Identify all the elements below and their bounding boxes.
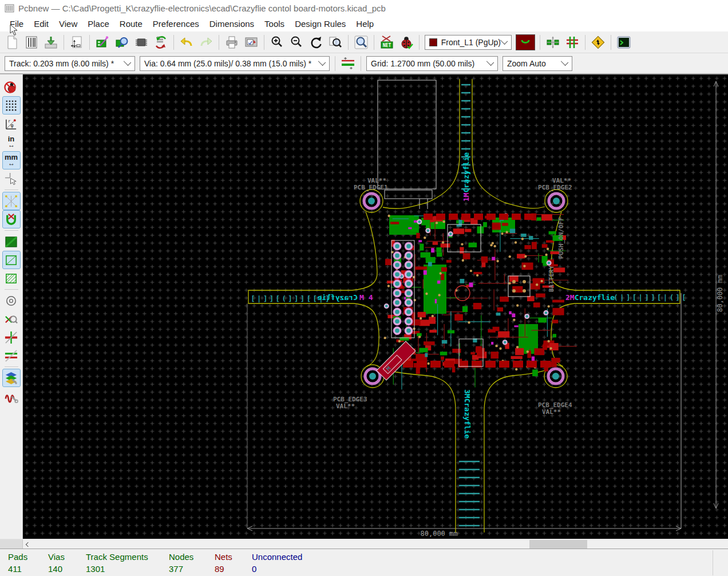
freeroute-button[interactable] [589, 34, 607, 51]
menu-edit[interactable]: Edit [29, 17, 54, 30]
net-badge-text: NET [383, 43, 391, 48]
footprint-editor-button[interactable] [94, 34, 111, 51]
read-netlist-button[interactable]: NET [378, 34, 395, 51]
width-arrow-glyph: ↔ [8, 142, 15, 148]
menu-tools[interactable]: Tools [259, 17, 290, 30]
horizontal-scrollbar[interactable] [0, 539, 728, 549]
redo-button[interactable] [197, 34, 215, 51]
update-board-button[interactable] [152, 34, 169, 51]
menu-design-rules[interactable]: Design Rules [290, 17, 351, 30]
pcbnew-app-icon [5, 3, 14, 13]
svg-text:3MCrazyflie: 3MCrazyflie [463, 389, 472, 439]
layer-color-swatch [429, 38, 437, 46]
drc-off-toggle[interactable] [3, 78, 20, 96]
open-board-button[interactable] [23, 34, 40, 51]
chevron-down-icon [561, 58, 568, 65]
print-button[interactable] [223, 34, 240, 51]
status-vias: Vias140 [48, 552, 65, 574]
zoom-out-button[interactable] [288, 34, 305, 51]
units-mm-toggle[interactable]: mm↔ [3, 152, 20, 169]
menu-place[interactable]: Place [82, 17, 114, 30]
drc-button[interactable] [398, 34, 415, 51]
svg-text:Crazyflie: Crazyflie [317, 293, 358, 302]
track-width-value: Track: 0.203 mm (8.00 mils) * [9, 59, 114, 68]
undo-button[interactable] [178, 34, 195, 51]
polar-coordinates-toggle[interactable]: rφ [3, 115, 20, 132]
window-title: Pcbnew — C:\Cad\Progetti_K\crazyflie-ele… [18, 3, 386, 13]
menu-help[interactable]: Help [351, 17, 379, 30]
high-contrast-toggle[interactable] [3, 347, 20, 364]
zones-hatched-toggle[interactable] [3, 270, 20, 287]
svg-text:PUSH_ON/OFF: PUSH_ON/OFF [557, 217, 565, 259]
status-nodes: Nodes377 [169, 552, 193, 574]
track-width-selector[interactable]: Track: 0.203 mm (8.00 mils) * [5, 56, 135, 71]
units-inches-toggle[interactable]: in↔ [3, 133, 20, 151]
pads-sketch-toggle[interactable] [3, 292, 20, 309]
svg-text:PCB_EDGE1: PCB_EDGE1 [354, 184, 388, 191]
vias-sketch-toggle[interactable] [3, 310, 20, 328]
find-button[interactable] [353, 34, 370, 51]
svg-text:PCB_EDGE2: PCB_EDGE2 [538, 184, 572, 191]
pcb-canvas[interactable]: 80,000 mm 80,000 mm [23, 74, 728, 539]
grid-selector[interactable]: Grid: 1.2700 mm (50.00 mils) [366, 56, 498, 71]
microwave-layer-button[interactable] [516, 34, 535, 50]
auto-track-delete-toggle[interactable] [3, 211, 20, 228]
options-toolbar: rφ in↔ mm↔ [0, 74, 23, 539]
layers-manager-toggle[interactable] [3, 369, 20, 386]
save-board-button[interactable] [42, 34, 60, 51]
title-bar: Pcbnew — C:\Cad\Progetti_K\crazyflie-ele… [0, 0, 728, 16]
svg-text:2MCrazyflie: 2MCrazyflie [565, 293, 615, 302]
svg-text:M 4: M 4 [359, 293, 373, 302]
via-size-selector[interactable]: Via: 0.64 mm (25.0 mils)/ 0.38 mm (15.0 … [140, 56, 330, 71]
status-unconnected: Unconnected0 [252, 552, 302, 574]
svg-text:VAL**: VAL** [336, 403, 355, 410]
redraw-view-button[interactable] [307, 34, 325, 51]
status-track-segments: Track Segments1301 [86, 552, 148, 574]
grid-value: Grid: 1.2700 mm (50.00 mils) [371, 59, 474, 68]
zoom-fit-button[interactable] [327, 34, 344, 51]
zones-filled-toggle[interactable] [3, 233, 20, 250]
chevron-down-icon [124, 58, 131, 65]
status-divider [713, 550, 713, 575]
scrollbar-thumb[interactable] [529, 540, 587, 549]
svg-text:BATTERY: BATTERY [548, 265, 555, 292]
mouse-cursor [9, 24, 19, 37]
menu-preferences[interactable]: Preferences [148, 17, 204, 30]
cursor-shape-toggle[interactable] [3, 170, 20, 187]
microwave-tools-button[interactable] [3, 388, 20, 405]
svg-text:1MCrazyflie: 1MCrazyflie [462, 152, 470, 202]
zones-outline-toggle[interactable] [3, 251, 20, 269]
status-nets: Nets89 [215, 552, 232, 574]
chevron-down-icon [486, 58, 494, 65]
menu-route[interactable]: Route [114, 17, 148, 30]
menu-view[interactable]: View [54, 17, 82, 30]
footprint-mode-button[interactable] [133, 34, 150, 51]
python-console-button[interactable] [615, 34, 632, 51]
zoom-selector[interactable]: Zoom Auto [503, 56, 572, 71]
polar-phi-glyph: φ [11, 123, 14, 128]
scroll-left-arrow-icon [26, 542, 30, 546]
parameters-toolbar: Track: 0.203 mm (8.00 mils) * Via: 0.64 … [0, 53, 728, 74]
track-autoroute-mode-button[interactable] [564, 34, 581, 51]
tracks-sketch-toggle[interactable] [3, 329, 20, 346]
status-pads: Pads411 [8, 552, 27, 574]
page-settings-button[interactable] [68, 34, 85, 51]
grid-dots [23, 74, 728, 539]
via-size-value: Via: 0.64 mm (25.0 mils)/ 0.38 mm (15.0 … [144, 59, 311, 68]
chevron-down-icon [318, 58, 326, 65]
grid-visibility-toggle[interactable] [3, 97, 20, 114]
zoom-in-button[interactable] [268, 34, 286, 51]
ratsnest-toggle[interactable] [3, 192, 20, 210]
svg-text:(|][|]][|(][: (|][|]][|(][ [614, 293, 688, 302]
zoom-value: Zoom Auto [507, 59, 546, 68]
scrollbar-corner [0, 539, 23, 549]
chevron-down-icon [500, 37, 508, 44]
plot-button[interactable] [243, 34, 260, 51]
auto-track-width-button[interactable] [339, 55, 357, 72]
menu-dimensions[interactable]: Dimensions [204, 17, 259, 30]
footprint-move-mode-button[interactable] [544, 34, 561, 51]
layer-selector-value: Front_L1 (PgUp) [441, 38, 501, 47]
footprint-viewer-button[interactable] [113, 34, 130, 51]
scroll-left-button[interactable] [23, 539, 33, 549]
layer-selector[interactable]: Front_L1 (PgUp) [425, 35, 512, 50]
